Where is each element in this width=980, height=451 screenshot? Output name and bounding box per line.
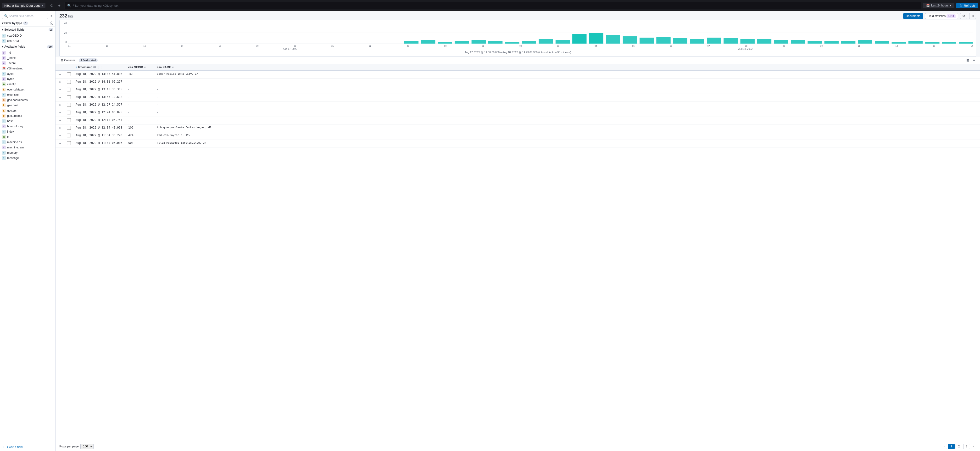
row-expand-button[interactable]: ✏ [58,118,62,123]
name-col-chevron-icon[interactable]: ∨ [172,66,174,69]
row-checkbox[interactable] [67,134,71,137]
row-checkbox[interactable] [67,88,71,91]
app-title-button[interactable]: Kibana Sample Data Logs ▾ [2,3,45,8]
row-checkbox[interactable] [67,118,71,122]
field-type-icon: t [2,119,6,123]
selected-fields-header[interactable]: ▾ Selected fields 2 [0,27,55,33]
search-input[interactable] [73,4,918,7]
list-item[interactable]: # machine.ram [0,145,55,150]
geoid-col-chevron-icon[interactable]: ∨ [144,66,146,69]
row-expand-button[interactable]: ✏ [58,88,62,92]
list-view-icon-button[interactable]: ≡ [972,58,976,63]
time-range-button[interactable]: 📅 Last 24 hours ▾ [923,3,955,8]
documents-view-button[interactable]: Documents [903,13,923,19]
list-item[interactable]: # _index [0,55,55,61]
hits-label: hits [68,14,73,18]
list-item[interactable]: t extension [0,92,55,97]
next-page-button[interactable]: › [971,444,976,449]
available-fields-toggle[interactable]: ▾ Available fields [2,45,25,48]
list-item[interactable]: t machine.os [0,140,55,145]
list-item[interactable]: 📅 @timestamp [0,66,55,71]
list-item[interactable]: k geo.srcdest [0,113,55,118]
geoid-col-header[interactable]: csa.GEOID ∨ [126,64,154,71]
geoid-cell: - [126,102,154,109]
filter-type-info-icon[interactable]: i [50,22,53,25]
available-fields-header[interactable]: ▾ Available fields 29 [0,43,55,50]
list-item[interactable]: k event.dataset [0,87,55,92]
name-cell: - [154,102,980,109]
row-checkbox[interactable] [67,111,71,115]
list-item[interactable]: t host [0,118,55,124]
list-item[interactable]: t index [0,129,55,134]
timestamp-col-header[interactable]: ↓ timestamp ⓘ ⋮⋮ [73,64,126,71]
list-item[interactable]: # hour_of_day [0,124,55,129]
x-label: 02 [519,45,522,47]
list-item[interactable]: t csa.NAME [0,38,55,43]
selected-fields-toggle[interactable]: ▾ Selected fields [2,28,24,31]
page-3-button[interactable]: 3 [963,444,970,449]
list-item[interactable]: # _score [0,61,55,66]
list-item[interactable]: # _id [0,50,55,55]
settings-button[interactable]: ⚙ [960,13,967,19]
sidebar-search-input[interactable] [9,14,46,18]
svg-rect-21 [707,38,721,43]
page-2-button[interactable]: 2 [956,444,962,449]
row-expand-button[interactable]: ✏ [58,72,62,76]
add-field-button[interactable]: ＋ + Add a field [0,443,55,451]
row-checkbox[interactable] [67,72,71,76]
columns-button[interactable]: ⊞ Columns [59,58,77,63]
row-expand-button[interactable]: ✏ [58,80,62,84]
data-table-wrap: ↓ timestamp ⓘ ⋮⋮ csa.GEOID ∨ [56,64,980,441]
row-expand-button[interactable]: ✏ [58,111,62,115]
calendar-icon: 📅 [926,4,930,7]
list-item[interactable]: # bytes [0,76,55,81]
list-item[interactable]: t memory [0,150,55,155]
x-label: 06 [670,45,672,47]
expand-cell: ✏ [56,102,65,109]
page-1-button[interactable]: 1 [948,444,955,449]
row-expand-button[interactable]: ✏ [58,103,62,107]
row-checkbox[interactable] [67,141,71,145]
field-statistics-view-button[interactable]: Field statistics BETA [925,13,958,19]
timestamp-cell: Aug 18, 2022 @ 13:46:36.315 [73,86,126,94]
svg-rect-12 [555,40,570,43]
list-item[interactable]: t agent [0,71,55,76]
name-col-header[interactable]: csa.NAME ∨ [154,64,980,71]
emoji-icon-button[interactable]: ☺ [48,2,55,9]
collapse-sidebar-button[interactable]: ≡ [49,13,53,19]
field-sorted-badge[interactable]: 1 field sorted [79,58,98,62]
pagination: Rows per page: 100 50 25 ‹ 1 2 3 › [56,441,980,451]
add-icon-button[interactable]: ＋ [56,2,63,9]
field-type-icon: # [2,61,6,65]
row-expand-button[interactable]: ✏ [58,141,62,145]
row-expand-button[interactable]: ✏ [58,95,62,100]
timestamp-info-icon[interactable]: ⓘ [93,65,96,69]
list-item[interactable]: ◉ ip [0,134,55,140]
row-expand-button[interactable]: ✏ [58,126,62,130]
sidebar-search-icon: 🔍 [4,14,8,18]
name-cell: Tulsa-Muskogee-Bartlesville, OK [154,140,980,147]
x-label: 05 [632,45,635,47]
row-checkbox[interactable] [67,103,71,107]
geoid-cell: - [126,94,154,102]
row-checkbox[interactable] [67,80,71,84]
rows-per-page-select[interactable]: 100 50 25 [80,444,94,449]
columns-icon-button[interactable]: ⊞ [969,13,976,19]
grid-view-icon-button[interactable]: ⊞ [965,58,970,63]
list-item[interactable]: k geo.dest [0,103,55,108]
available-fields-chevron-icon: ▾ [2,45,3,48]
add-field-label: + Add a field [7,446,22,449]
list-item[interactable]: k geo.src [0,108,55,113]
list-item[interactable]: ⊕ geo.coordinates [0,97,55,103]
refresh-button[interactable]: ↻ Refresh [956,3,978,8]
list-item[interactable]: t csa.GEOID [0,33,55,38]
svg-rect-25 [774,40,788,43]
list-item[interactable]: ◉ clientip [0,81,55,87]
row-checkbox[interactable] [67,95,71,99]
prev-page-button[interactable]: ‹ [942,444,947,449]
row-checkbox[interactable] [67,126,71,130]
check-cell [65,78,73,86]
list-item[interactable]: t message [0,155,55,161]
row-expand-button[interactable]: ✏ [58,134,62,138]
filter-type-toggle[interactable]: ▾ Filter by type 0 [2,22,28,25]
